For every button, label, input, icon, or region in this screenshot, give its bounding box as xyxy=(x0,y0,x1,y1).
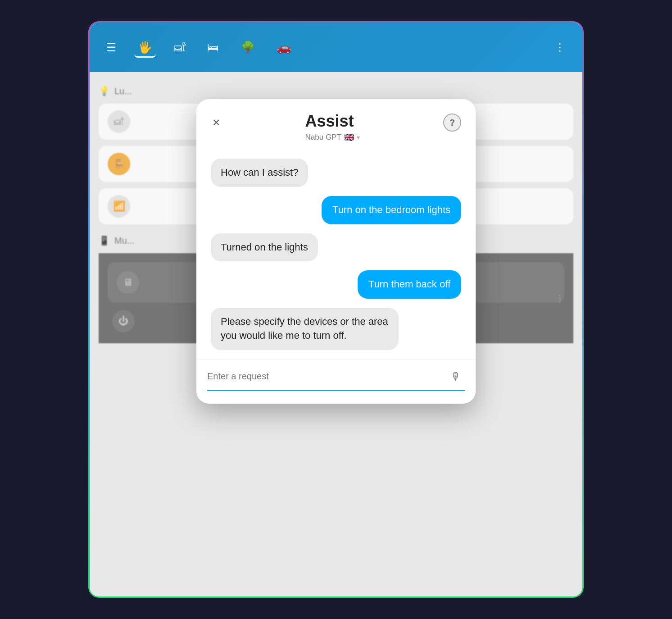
help-button[interactable]: ? xyxy=(443,114,461,132)
nav-sofa-button[interactable]: 🛋 xyxy=(170,37,189,58)
message-text: Turn on the bedroom lights xyxy=(332,204,450,215)
microphone-icon: 🎙 xyxy=(450,370,461,383)
title-group: Assist Nabu GPT 🇬🇧 ▾ xyxy=(305,112,360,142)
subtitle-text: Nabu GPT xyxy=(305,133,341,142)
more-options-button[interactable]: ⋮ xyxy=(551,37,570,57)
chevron-down-icon[interactable]: ▾ xyxy=(357,134,360,141)
message-user-2: Turn them back off xyxy=(358,270,461,299)
menu-button[interactable]: ☰ xyxy=(102,37,120,58)
message-bot-1: How can I assist? xyxy=(211,159,308,187)
close-icon: × xyxy=(213,115,220,129)
waves-icon: 🖐 xyxy=(138,41,152,55)
message-bot-3: Please specify the devices or the area y… xyxy=(211,308,399,350)
input-row: 🎙 xyxy=(207,367,465,391)
message-bot-2: Turned on the lights xyxy=(211,233,318,262)
dialog-header: × Assist Nabu GPT 🇬🇧 ▾ ? xyxy=(196,99,476,150)
dialog-title: Assist xyxy=(305,112,360,131)
nav-car-button[interactable]: 🚗 xyxy=(273,37,295,58)
message-user-1: Turn on the bedroom lights xyxy=(322,196,461,224)
tree-icon: 🌳 xyxy=(241,41,255,55)
assist-dialog: × Assist Nabu GPT 🇬🇧 ▾ ? xyxy=(196,99,476,404)
nav-bed-button[interactable]: 🛏 xyxy=(204,37,222,58)
message-text: Please specify the devices or the area y… xyxy=(221,316,388,341)
main-content: 💡 Lu... 🛋 🪑 📶 📱 Mu... xyxy=(90,72,582,596)
dialog-overlay: × Assist Nabu GPT 🇬🇧 ▾ ? xyxy=(90,72,582,596)
close-button[interactable]: × xyxy=(211,114,222,132)
message-text: Turned on the lights xyxy=(221,241,308,253)
nav-waves-button[interactable]: 🖐 xyxy=(134,37,156,58)
flag-icon: 🇬🇧 xyxy=(344,132,354,142)
chat-input[interactable] xyxy=(207,369,441,383)
mic-button[interactable]: 🎙 xyxy=(447,367,465,387)
more-icon: ⋮ xyxy=(554,41,566,54)
message-text: Turn them back off xyxy=(368,278,450,290)
message-text: How can I assist? xyxy=(221,167,298,178)
car-icon: 🚗 xyxy=(277,41,291,55)
chat-area: How can I assist? Turn on the bedroom li… xyxy=(196,150,476,359)
top-bar: ☰ 🖐 🛋 🛏 🌳 🚗 ⋮ xyxy=(90,23,582,72)
bed-icon: 🛏 xyxy=(207,41,219,55)
app-frame: ☰ 🖐 🛋 🛏 🌳 🚗 ⋮ 💡 Lu... xyxy=(88,21,584,598)
dialog-subtitle: Nabu GPT 🇬🇧 ▾ xyxy=(305,132,360,142)
sofa-icon: 🛋 xyxy=(174,41,186,55)
dialog-input-area: 🎙 xyxy=(196,359,476,404)
nav-tree-button[interactable]: 🌳 xyxy=(237,37,259,58)
help-icon: ? xyxy=(450,118,455,128)
hamburger-icon: ☰ xyxy=(106,41,116,55)
